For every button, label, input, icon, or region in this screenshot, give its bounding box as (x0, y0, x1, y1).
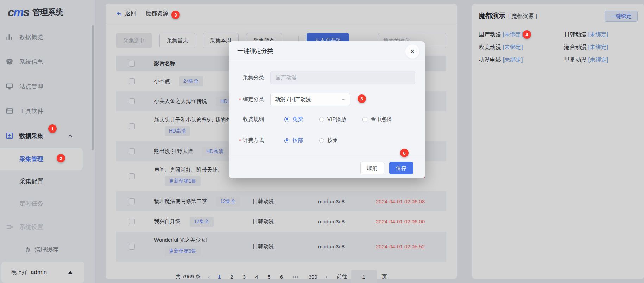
bind-category-dialog: 一键绑定分类 ✕ 采集分类 *绑定分类 动漫 / 国产动漫 收费规则 免费 VI… (229, 41, 425, 178)
step-badge-6: 6 (400, 149, 409, 157)
required-asterisk: * (239, 137, 241, 143)
field-label: 收费规则 (243, 116, 270, 123)
close-icon[interactable]: ✕ (405, 44, 419, 59)
collect-category-input[interactable] (270, 71, 415, 84)
dialog-footer: 取消 保存 (360, 162, 413, 174)
radio-icon (319, 117, 324, 122)
billing-mode-field: *计费方式 按部 按集 (243, 137, 338, 144)
bind-category-select[interactable]: 动漫 / 国产动漫 (270, 93, 350, 106)
field-label: 计费方式 (243, 137, 264, 143)
step-badge-2: 2 (57, 154, 65, 162)
app-root: cms 管理系统 数据概览 系统信息 站点管理 (0, 0, 644, 283)
collect-category-field: 采集分类 (243, 71, 415, 84)
cancel-button[interactable]: 取消 (360, 162, 384, 174)
bind-category-field: *绑定分类 动漫 / 国产动漫 (243, 93, 350, 106)
dialog-header: 一键绑定分类 (229, 41, 425, 61)
fee-rule-field: 收费规则 免费 VIP播放 金币点播 (243, 116, 392, 123)
dialog-title: 一键绑定分类 (237, 47, 273, 55)
radio-free[interactable]: 免费 (284, 116, 303, 123)
step-badge-5: 5 (358, 94, 366, 103)
radio-icon (319, 138, 324, 143)
save-button[interactable]: 保存 (389, 162, 413, 174)
divider (229, 155, 425, 155)
selected-option: 动漫 / 国产动漫 (275, 96, 311, 103)
radio-per-episode[interactable]: 按集 (319, 137, 338, 144)
chevron-down-icon (341, 97, 346, 102)
radio-icon (362, 117, 367, 122)
radio-icon (284, 138, 289, 143)
radio-vip[interactable]: VIP播放 (319, 116, 346, 123)
step-badge-1: 1 (48, 124, 57, 133)
radio-per-series[interactable]: 按部 (284, 137, 303, 144)
radio-icon (284, 117, 289, 122)
required-asterisk: * (239, 97, 241, 103)
step-badge-4: 4 (523, 30, 531, 39)
radio-coin[interactable]: 金币点播 (362, 116, 392, 123)
field-label: 采集分类 (243, 74, 270, 81)
step-badge-3: 3 (171, 11, 180, 19)
field-label: 绑定分类 (243, 96, 264, 102)
